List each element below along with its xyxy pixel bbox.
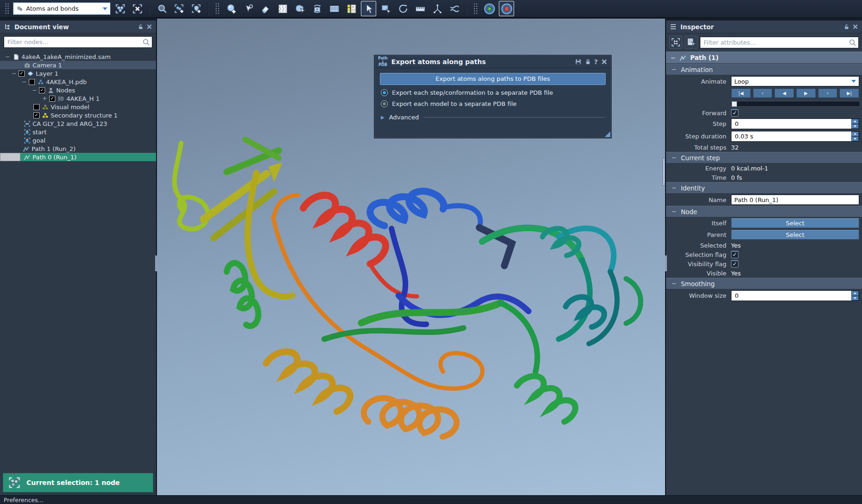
save-icon[interactable] (575, 59, 581, 65)
pick-node-button[interactable] (685, 36, 698, 49)
zoom-button[interactable] (154, 1, 170, 16)
twist-tool-button[interactable] (447, 1, 462, 16)
visibility-checkbox[interactable] (29, 79, 35, 85)
filter-nodes-input[interactable] (4, 36, 152, 48)
tree-item-path-0[interactable]: Path 0 (Run_1) (0, 153, 156, 161)
tree-item-path-1[interactable]: Path 1 (Run_2) (0, 144, 156, 153)
step-duration-spinbox[interactable]: 0.03 s (731, 131, 859, 142)
visibility-checkbox[interactable] (33, 104, 39, 110)
section-animation-header[interactable]: − Animation (666, 64, 862, 75)
tree-item-camera[interactable]: Camera 1 (0, 61, 156, 69)
collapse-toggle[interactable]: − (21, 79, 27, 85)
spin-up-button[interactable] (851, 131, 859, 137)
section-path-header[interactable]: − Path (1) (666, 52, 862, 64)
fast-forward-button[interactable]: › (818, 88, 838, 98)
export-to-pdb-button[interactable]: Export atoms along paths to PDB files (380, 73, 606, 85)
step-backward-button[interactable]: ◀ (774, 88, 794, 98)
tree-item-start[interactable]: start (0, 128, 156, 136)
select-itself-button[interactable]: Select (731, 218, 859, 228)
section-identity-header[interactable]: − Identity (666, 182, 862, 194)
pointer-settings-button[interactable] (241, 1, 256, 16)
visibility-flag-checkbox[interactable]: ✓ (731, 260, 738, 268)
close-icon[interactable] (852, 24, 858, 30)
periodic-table-button[interactable]: H (344, 1, 359, 16)
rotate-tool-button[interactable] (395, 1, 411, 16)
tree-item-secondary-structure[interactable]: ✓ Secondary structure 1 (0, 111, 156, 119)
visibility-checkbox[interactable]: ✓ (39, 87, 45, 93)
close-icon[interactable] (601, 59, 607, 65)
add-selection-group-button[interactable] (171, 1, 187, 16)
window-size-spinbox[interactable]: 0 (731, 290, 859, 301)
radio-export-each-model[interactable]: Export each model to a separate PDB file (381, 100, 611, 107)
select-atoms-button[interactable] (112, 1, 128, 16)
toolbar-grip[interactable] (473, 3, 478, 15)
tree-item-layer[interactable]: − ✓ Layer 1 (0, 69, 156, 78)
visibility-checkbox[interactable]: ✓ (33, 112, 39, 118)
dialog-resize-grip[interactable] (605, 131, 610, 137)
close-icon[interactable] (146, 24, 152, 30)
rectangle-select-button[interactable] (378, 1, 393, 16)
animate-dropdown[interactable]: Loop (731, 76, 859, 86)
tree-item-structural-model[interactable]: + ✓ 4AKEA_H 1 (0, 94, 156, 103)
pointer-tool-button[interactable] (361, 1, 376, 16)
spin-down-button[interactable] (851, 137, 859, 142)
select-parent-button[interactable]: Select (731, 230, 859, 240)
section-smoothing-header[interactable]: − Smoothing (666, 278, 862, 289)
selection-flag-checkbox[interactable]: ✓ (731, 251, 738, 258)
current-selection-bar[interactable]: Current selection: 1 node (3, 473, 153, 492)
name-input[interactable] (731, 195, 859, 205)
inspect-selection-button[interactable] (669, 36, 682, 49)
eraser-button[interactable] (258, 1, 273, 16)
expand-toggle[interactable]: + (42, 96, 47, 101)
advanced-section-toggle[interactable]: ▶ Advanced (381, 114, 605, 121)
camera-rotate-button[interactable] (309, 1, 325, 16)
step-spinbox[interactable]: 0 (731, 118, 859, 129)
lock-icon[interactable] (843, 24, 849, 30)
spin-down-button[interactable] (851, 124, 859, 129)
toolbar-grip[interactable] (215, 3, 220, 15)
lock-icon[interactable] (137, 24, 144, 30)
section-node-header[interactable]: − Node (666, 206, 862, 217)
tree-item-visual-model[interactable]: Visual model (0, 103, 156, 111)
spin-up-button[interactable] (851, 291, 859, 296)
keyboard-shortcuts-button[interactable] (327, 1, 342, 16)
tree-item-atom-group[interactable]: CA GLY_12 and ARG_123 (0, 119, 156, 128)
add-atom-button[interactable] (223, 1, 239, 16)
viewport-3d[interactable]: Path↓PDB Export atoms along paths ? Expo… (157, 18, 665, 495)
help-icon[interactable]: ? (594, 58, 598, 65)
fragment-editor-button[interactable] (275, 1, 290, 16)
fast-backward-button[interactable]: ‹ (753, 88, 773, 98)
tree-item-nodes[interactable]: − ✓ Nodes (0, 86, 156, 94)
skip-to-end-button[interactable]: ▶| (839, 88, 859, 98)
tree-item-document[interactable]: − 4akeA_1akeA_minimized.sam (0, 52, 156, 61)
tree-item-pdb[interactable]: − 4AKEA_H.pdb (0, 78, 156, 86)
step-slider[interactable] (731, 102, 859, 106)
record-button[interactable] (499, 1, 514, 16)
filter-attributes-input[interactable] (700, 37, 859, 48)
slider-handle[interactable] (731, 101, 737, 107)
document-view-header[interactable]: Document view (0, 20, 156, 33)
shape-select-button[interactable] (292, 1, 307, 16)
visibility-checkbox[interactable]: ✓ (49, 96, 55, 102)
play-simulation-button[interactable] (482, 1, 497, 16)
collapse-toggle[interactable]: − (32, 87, 37, 93)
forward-checkbox[interactable]: ✓ (731, 109, 738, 117)
add-group-button[interactable] (189, 1, 204, 16)
radio-button-unselected[interactable] (381, 100, 388, 107)
radio-button-selected[interactable] (381, 89, 388, 96)
collapse-toggle[interactable]: − (11, 71, 17, 76)
measure-tool-button[interactable] (412, 1, 428, 16)
axes-tool-button[interactable] (430, 1, 445, 16)
visibility-checkbox[interactable]: ✓ (19, 71, 25, 77)
toolbar-grip[interactable] (5, 3, 9, 15)
spin-up-button[interactable] (851, 119, 859, 124)
dialog-titlebar[interactable]: Path↓PDB Export atoms along paths ? (374, 55, 611, 68)
section-current-step-header[interactable]: − Current step (666, 152, 862, 164)
collapse-toggle[interactable]: − (5, 54, 10, 59)
panel-splitter-handle[interactable] (665, 255, 667, 271)
step-forward-button[interactable]: ▶ (796, 88, 816, 98)
tree-item-goal[interactable]: goal (0, 136, 156, 144)
clear-selection-button[interactable] (130, 1, 145, 16)
selection-mode-dropdown[interactable]: Atoms and bonds (13, 2, 111, 15)
inspector-header[interactable]: Inspector (666, 20, 862, 33)
